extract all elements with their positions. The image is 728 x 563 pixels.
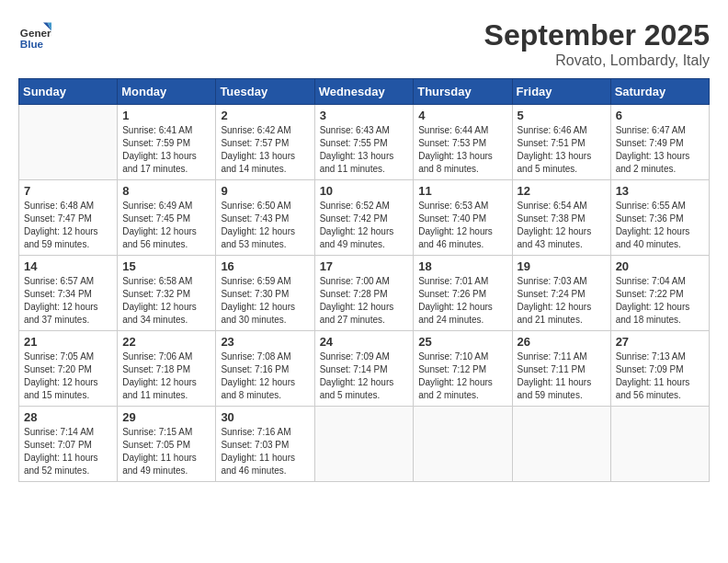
day-info: Sunrise: 7:08 AM Sunset: 7:16 PM Dayligh… (221, 350, 309, 402)
svg-text:Blue: Blue (20, 38, 44, 50)
day-number: 5 (518, 109, 606, 122)
day-info: Sunrise: 7:00 AM Sunset: 7:28 PM Dayligh… (320, 275, 409, 327)
column-header-sunday: Sunday (19, 79, 118, 105)
calendar-cell: 10Sunrise: 6:52 AM Sunset: 7:42 PM Dayli… (314, 180, 414, 256)
calendar-cell: 2Sunrise: 6:42 AM Sunset: 7:57 PM Daylig… (216, 105, 314, 180)
day-number: 12 (518, 184, 606, 198)
day-info: Sunrise: 7:09 AM Sunset: 7:14 PM Dayligh… (320, 350, 409, 402)
day-number: 14 (24, 259, 112, 273)
calendar-cell: 22Sunrise: 7:06 AM Sunset: 7:18 PM Dayli… (118, 331, 216, 407)
day-info: Sunrise: 6:53 AM Sunset: 7:40 PM Dayligh… (418, 200, 506, 251)
day-info: Sunrise: 6:47 AM Sunset: 7:49 PM Dayligh… (616, 124, 704, 176)
day-info: Sunrise: 7:14 AM Sunset: 7:07 PM Dayligh… (24, 426, 112, 477)
day-number: 28 (24, 410, 112, 424)
calendar-cell: 20Sunrise: 7:04 AM Sunset: 7:22 PM Dayli… (610, 256, 709, 331)
calendar-week-row: 21Sunrise: 7:05 AM Sunset: 7:20 PM Dayli… (19, 331, 710, 407)
calendar-cell: 3Sunrise: 6:43 AM Sunset: 7:55 PM Daylig… (314, 105, 414, 180)
day-number: 13 (616, 184, 704, 198)
day-info: Sunrise: 7:01 AM Sunset: 7:26 PM Dayligh… (418, 275, 506, 327)
day-number: 30 (221, 410, 309, 424)
column-header-monday: Monday (118, 79, 216, 105)
calendar-cell: 4Sunrise: 6:44 AM Sunset: 7:53 PM Daylig… (414, 105, 512, 180)
day-number: 25 (418, 335, 506, 349)
day-number: 10 (320, 184, 409, 198)
day-number: 20 (616, 259, 704, 273)
calendar-cell (414, 407, 512, 482)
day-info: Sunrise: 6:52 AM Sunset: 7:42 PM Dayligh… (320, 200, 409, 251)
day-info: Sunrise: 6:48 AM Sunset: 7:47 PM Dayligh… (24, 200, 112, 251)
day-info: Sunrise: 6:57 AM Sunset: 7:34 PM Dayligh… (24, 275, 112, 327)
day-number: 7 (24, 184, 112, 198)
calendar-cell: 23Sunrise: 7:08 AM Sunset: 7:16 PM Dayli… (216, 331, 314, 407)
calendar-cell: 19Sunrise: 7:03 AM Sunset: 7:24 PM Dayli… (512, 256, 610, 331)
day-info: Sunrise: 6:49 AM Sunset: 7:45 PM Dayligh… (122, 200, 210, 251)
day-number: 18 (418, 259, 506, 273)
day-number: 19 (518, 259, 606, 273)
day-number: 11 (418, 184, 506, 198)
day-number: 9 (221, 184, 309, 198)
day-number: 27 (616, 335, 704, 349)
day-info: Sunrise: 6:43 AM Sunset: 7:55 PM Dayligh… (320, 124, 409, 176)
day-info: Sunrise: 7:13 AM Sunset: 7:09 PM Dayligh… (616, 350, 704, 402)
calendar-cell: 5Sunrise: 6:46 AM Sunset: 7:51 PM Daylig… (512, 105, 610, 180)
calendar-cell (512, 407, 610, 482)
day-number: 22 (122, 335, 210, 349)
page-header: General Blue September 2025 Rovato, Lomb… (18, 18, 710, 69)
day-number: 29 (122, 410, 210, 424)
day-number: 17 (320, 259, 409, 273)
calendar-cell: 28Sunrise: 7:14 AM Sunset: 7:07 PM Dayli… (19, 407, 118, 482)
day-info: Sunrise: 7:06 AM Sunset: 7:18 PM Dayligh… (122, 350, 210, 402)
calendar-cell: 1Sunrise: 6:41 AM Sunset: 7:59 PM Daylig… (118, 105, 216, 180)
day-info: Sunrise: 7:15 AM Sunset: 7:05 PM Dayligh… (122, 426, 210, 477)
day-info: Sunrise: 6:46 AM Sunset: 7:51 PM Dayligh… (518, 124, 606, 176)
calendar-cell: 27Sunrise: 7:13 AM Sunset: 7:09 PM Dayli… (610, 331, 709, 407)
day-info: Sunrise: 6:50 AM Sunset: 7:43 PM Dayligh… (221, 200, 309, 251)
day-info: Sunrise: 7:11 AM Sunset: 7:11 PM Dayligh… (518, 350, 606, 402)
calendar-cell: 9Sunrise: 6:50 AM Sunset: 7:43 PM Daylig… (216, 180, 314, 256)
calendar-cell: 15Sunrise: 6:58 AM Sunset: 7:32 PM Dayli… (118, 256, 216, 331)
day-info: Sunrise: 6:54 AM Sunset: 7:38 PM Dayligh… (518, 200, 606, 251)
column-header-thursday: Thursday (414, 79, 512, 105)
logo-icon: General Blue (18, 18, 51, 52)
logo: General Blue (18, 18, 55, 52)
calendar-cell: 18Sunrise: 7:01 AM Sunset: 7:26 PM Dayli… (414, 256, 512, 331)
calendar-cell (19, 105, 118, 180)
calendar-cell: 24Sunrise: 7:09 AM Sunset: 7:14 PM Dayli… (314, 331, 414, 407)
day-info: Sunrise: 6:41 AM Sunset: 7:59 PM Dayligh… (122, 124, 210, 176)
column-header-tuesday: Tuesday (216, 79, 314, 105)
day-number: 8 (122, 184, 210, 198)
calendar-cell: 29Sunrise: 7:15 AM Sunset: 7:05 PM Dayli… (118, 407, 216, 482)
calendar-header-row: SundayMondayTuesdayWednesdayThursdayFrid… (19, 79, 710, 105)
calendar-cell: 17Sunrise: 7:00 AM Sunset: 7:28 PM Dayli… (314, 256, 414, 331)
month-title: September 2025 (484, 18, 710, 52)
day-number: 3 (320, 109, 409, 122)
calendar-cell: 16Sunrise: 6:59 AM Sunset: 7:30 PM Dayli… (216, 256, 314, 331)
day-info: Sunrise: 7:16 AM Sunset: 7:03 PM Dayligh… (221, 426, 309, 477)
calendar-week-row: 28Sunrise: 7:14 AM Sunset: 7:07 PM Dayli… (19, 407, 710, 482)
calendar-cell: 7Sunrise: 6:48 AM Sunset: 7:47 PM Daylig… (19, 180, 118, 256)
column-header-wednesday: Wednesday (314, 79, 414, 105)
day-info: Sunrise: 7:04 AM Sunset: 7:22 PM Dayligh… (616, 275, 704, 327)
day-number: 24 (320, 335, 409, 349)
title-block: September 2025 Rovato, Lombardy, Italy (484, 18, 710, 69)
calendar-cell: 8Sunrise: 6:49 AM Sunset: 7:45 PM Daylig… (118, 180, 216, 256)
location-title: Rovato, Lombardy, Italy (484, 52, 710, 69)
day-number: 21 (24, 335, 112, 349)
day-info: Sunrise: 6:55 AM Sunset: 7:36 PM Dayligh… (616, 200, 704, 251)
day-number: 26 (518, 335, 606, 349)
calendar-cell: 21Sunrise: 7:05 AM Sunset: 7:20 PM Dayli… (19, 331, 118, 407)
day-number: 16 (221, 259, 309, 273)
day-info: Sunrise: 7:10 AM Sunset: 7:12 PM Dayligh… (418, 350, 506, 402)
calendar-cell: 26Sunrise: 7:11 AM Sunset: 7:11 PM Dayli… (512, 331, 610, 407)
calendar-cell (610, 407, 709, 482)
calendar-cell: 30Sunrise: 7:16 AM Sunset: 7:03 PM Dayli… (216, 407, 314, 482)
column-header-friday: Friday (512, 79, 610, 105)
calendar-cell (314, 407, 414, 482)
svg-text:General: General (20, 27, 51, 39)
day-number: 4 (418, 109, 506, 122)
day-info: Sunrise: 7:03 AM Sunset: 7:24 PM Dayligh… (518, 275, 606, 327)
day-info: Sunrise: 6:42 AM Sunset: 7:57 PM Dayligh… (221, 124, 309, 176)
calendar-week-row: 14Sunrise: 6:57 AM Sunset: 7:34 PM Dayli… (19, 256, 710, 331)
calendar-cell: 12Sunrise: 6:54 AM Sunset: 7:38 PM Dayli… (512, 180, 610, 256)
day-info: Sunrise: 7:05 AM Sunset: 7:20 PM Dayligh… (24, 350, 112, 402)
